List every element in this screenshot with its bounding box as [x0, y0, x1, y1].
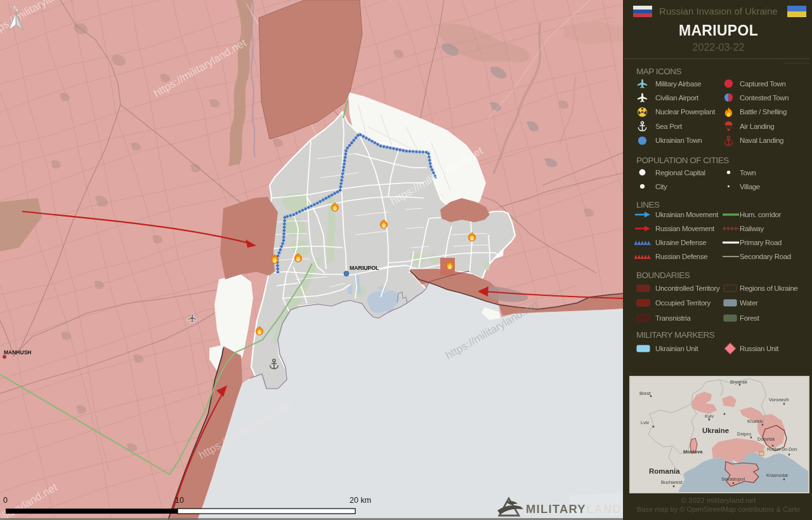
svg-text:Lviv: Lviv	[641, 420, 650, 425]
svg-text:Voronezh: Voronezh	[769, 397, 789, 403]
svg-text:Rostov-on-Don: Rostov-on-Don	[767, 447, 797, 451]
svg-text:Bryansk: Bryansk	[730, 379, 747, 385]
svg-text:Kharkiv: Kharkiv	[747, 418, 763, 424]
svg-text:Sevastopol: Sevastopol	[721, 476, 745, 482]
svg-text:Moldova: Moldova	[683, 449, 703, 455]
svg-text:Romania: Romania	[649, 467, 680, 475]
svg-text:MANHUSH: MANHUSH	[4, 349, 31, 356]
svg-text:10: 10	[175, 496, 184, 505]
svg-text:MARIUPOL: MARIUPOL	[350, 265, 379, 271]
svg-text:Brest: Brest	[639, 390, 651, 396]
svg-text:MILITARYLAND: MILITARYLAND	[526, 502, 622, 516]
svg-text:Krasnodar: Krasnodar	[766, 472, 789, 478]
svg-text:Kyiv: Kyiv	[705, 413, 714, 419]
svg-text:Donetsk: Donetsk	[757, 436, 775, 442]
svg-text:Dnipro: Dnipro	[737, 431, 751, 437]
svg-text:N: N	[13, 4, 18, 13]
svg-text:Bucharest: Bucharest	[661, 479, 683, 485]
svg-text:Ukraine: Ukraine	[702, 427, 729, 434]
svg-text:0: 0	[3, 496, 8, 505]
svg-text:20 km: 20 km	[350, 496, 371, 505]
